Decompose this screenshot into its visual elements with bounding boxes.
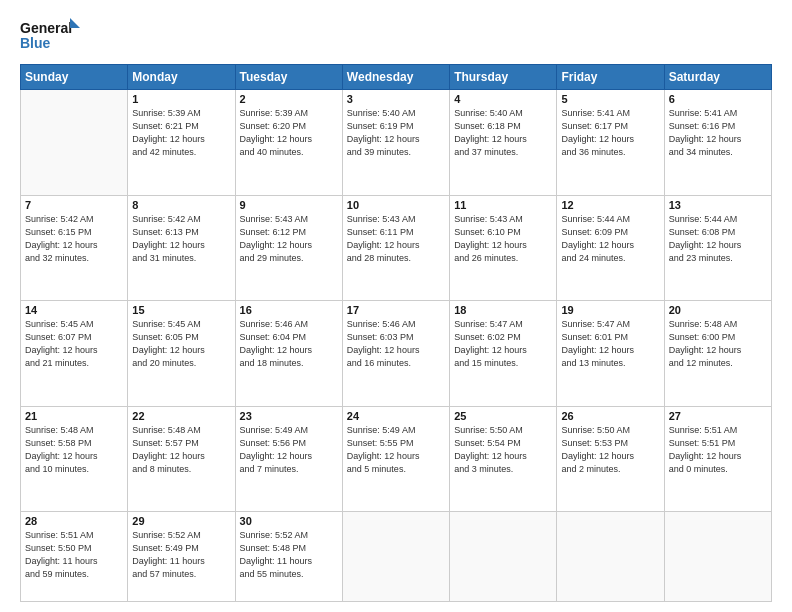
- page: General Blue SundayMondayTuesdayWednesda…: [0, 0, 792, 612]
- day-info: Sunrise: 5:51 AM Sunset: 5:51 PM Dayligh…: [669, 424, 767, 476]
- calendar-week-row: 28Sunrise: 5:51 AM Sunset: 5:50 PM Dayli…: [21, 512, 772, 602]
- day-number: 12: [561, 199, 659, 211]
- calendar-day-cell: 23Sunrise: 5:49 AM Sunset: 5:56 PM Dayli…: [235, 406, 342, 512]
- calendar-day-cell: 7Sunrise: 5:42 AM Sunset: 6:15 PM Daylig…: [21, 195, 128, 301]
- calendar-week-row: 1Sunrise: 5:39 AM Sunset: 6:21 PM Daylig…: [21, 90, 772, 196]
- calendar-day-cell: 3Sunrise: 5:40 AM Sunset: 6:19 PM Daylig…: [342, 90, 449, 196]
- calendar-day-cell: [557, 512, 664, 602]
- calendar-day-cell: 26Sunrise: 5:50 AM Sunset: 5:53 PM Dayli…: [557, 406, 664, 512]
- calendar-table: SundayMondayTuesdayWednesdayThursdayFrid…: [20, 64, 772, 602]
- day-info: Sunrise: 5:39 AM Sunset: 6:21 PM Dayligh…: [132, 107, 230, 159]
- weekday-header: Friday: [557, 65, 664, 90]
- day-number: 4: [454, 93, 552, 105]
- day-number: 11: [454, 199, 552, 211]
- day-number: 29: [132, 515, 230, 527]
- header: General Blue: [20, 18, 772, 54]
- logo-svg: General Blue: [20, 18, 80, 54]
- day-number: 2: [240, 93, 338, 105]
- day-info: Sunrise: 5:39 AM Sunset: 6:20 PM Dayligh…: [240, 107, 338, 159]
- day-info: Sunrise: 5:47 AM Sunset: 6:01 PM Dayligh…: [561, 318, 659, 370]
- weekday-header: Wednesday: [342, 65, 449, 90]
- day-info: Sunrise: 5:40 AM Sunset: 6:18 PM Dayligh…: [454, 107, 552, 159]
- calendar-day-cell: [21, 90, 128, 196]
- calendar-day-cell: 28Sunrise: 5:51 AM Sunset: 5:50 PM Dayli…: [21, 512, 128, 602]
- day-info: Sunrise: 5:50 AM Sunset: 5:53 PM Dayligh…: [561, 424, 659, 476]
- calendar-day-cell: 14Sunrise: 5:45 AM Sunset: 6:07 PM Dayli…: [21, 301, 128, 407]
- weekday-header: Thursday: [450, 65, 557, 90]
- calendar-day-cell: 30Sunrise: 5:52 AM Sunset: 5:48 PM Dayli…: [235, 512, 342, 602]
- calendar-day-cell: 22Sunrise: 5:48 AM Sunset: 5:57 PM Dayli…: [128, 406, 235, 512]
- day-info: Sunrise: 5:48 AM Sunset: 5:58 PM Dayligh…: [25, 424, 123, 476]
- day-number: 30: [240, 515, 338, 527]
- calendar-week-row: 7Sunrise: 5:42 AM Sunset: 6:15 PM Daylig…: [21, 195, 772, 301]
- calendar-day-cell: 1Sunrise: 5:39 AM Sunset: 6:21 PM Daylig…: [128, 90, 235, 196]
- day-number: 27: [669, 410, 767, 422]
- day-number: 14: [25, 304, 123, 316]
- day-info: Sunrise: 5:45 AM Sunset: 6:07 PM Dayligh…: [25, 318, 123, 370]
- day-info: Sunrise: 5:50 AM Sunset: 5:54 PM Dayligh…: [454, 424, 552, 476]
- day-number: 8: [132, 199, 230, 211]
- day-info: Sunrise: 5:48 AM Sunset: 5:57 PM Dayligh…: [132, 424, 230, 476]
- day-number: 3: [347, 93, 445, 105]
- day-number: 17: [347, 304, 445, 316]
- calendar-day-cell: 13Sunrise: 5:44 AM Sunset: 6:08 PM Dayli…: [664, 195, 771, 301]
- day-number: 24: [347, 410, 445, 422]
- calendar-day-cell: 2Sunrise: 5:39 AM Sunset: 6:20 PM Daylig…: [235, 90, 342, 196]
- day-number: 16: [240, 304, 338, 316]
- calendar-day-cell: 5Sunrise: 5:41 AM Sunset: 6:17 PM Daylig…: [557, 90, 664, 196]
- calendar-day-cell: 11Sunrise: 5:43 AM Sunset: 6:10 PM Dayli…: [450, 195, 557, 301]
- day-number: 6: [669, 93, 767, 105]
- day-info: Sunrise: 5:49 AM Sunset: 5:55 PM Dayligh…: [347, 424, 445, 476]
- day-number: 23: [240, 410, 338, 422]
- svg-marker-1: [70, 18, 80, 28]
- calendar-day-cell: 10Sunrise: 5:43 AM Sunset: 6:11 PM Dayli…: [342, 195, 449, 301]
- day-info: Sunrise: 5:43 AM Sunset: 6:10 PM Dayligh…: [454, 213, 552, 265]
- day-number: 7: [25, 199, 123, 211]
- day-info: Sunrise: 5:52 AM Sunset: 5:49 PM Dayligh…: [132, 529, 230, 581]
- day-number: 19: [561, 304, 659, 316]
- day-number: 21: [25, 410, 123, 422]
- weekday-header: Tuesday: [235, 65, 342, 90]
- day-info: Sunrise: 5:41 AM Sunset: 6:17 PM Dayligh…: [561, 107, 659, 159]
- weekday-header: Monday: [128, 65, 235, 90]
- calendar-day-cell: 18Sunrise: 5:47 AM Sunset: 6:02 PM Dayli…: [450, 301, 557, 407]
- day-info: Sunrise: 5:49 AM Sunset: 5:56 PM Dayligh…: [240, 424, 338, 476]
- calendar-day-cell: 12Sunrise: 5:44 AM Sunset: 6:09 PM Dayli…: [557, 195, 664, 301]
- day-info: Sunrise: 5:51 AM Sunset: 5:50 PM Dayligh…: [25, 529, 123, 581]
- day-info: Sunrise: 5:43 AM Sunset: 6:11 PM Dayligh…: [347, 213, 445, 265]
- svg-text:General: General: [20, 20, 72, 36]
- calendar-day-cell: [342, 512, 449, 602]
- calendar-day-cell: 25Sunrise: 5:50 AM Sunset: 5:54 PM Dayli…: [450, 406, 557, 512]
- day-number: 22: [132, 410, 230, 422]
- weekday-header: Saturday: [664, 65, 771, 90]
- day-info: Sunrise: 5:43 AM Sunset: 6:12 PM Dayligh…: [240, 213, 338, 265]
- day-number: 25: [454, 410, 552, 422]
- day-info: Sunrise: 5:40 AM Sunset: 6:19 PM Dayligh…: [347, 107, 445, 159]
- day-number: 13: [669, 199, 767, 211]
- calendar-day-cell: [664, 512, 771, 602]
- calendar-day-cell: 9Sunrise: 5:43 AM Sunset: 6:12 PM Daylig…: [235, 195, 342, 301]
- day-number: 28: [25, 515, 123, 527]
- day-info: Sunrise: 5:52 AM Sunset: 5:48 PM Dayligh…: [240, 529, 338, 581]
- day-info: Sunrise: 5:46 AM Sunset: 6:03 PM Dayligh…: [347, 318, 445, 370]
- day-number: 10: [347, 199, 445, 211]
- calendar-day-cell: 29Sunrise: 5:52 AM Sunset: 5:49 PM Dayli…: [128, 512, 235, 602]
- day-info: Sunrise: 5:44 AM Sunset: 6:09 PM Dayligh…: [561, 213, 659, 265]
- calendar-day-cell: 4Sunrise: 5:40 AM Sunset: 6:18 PM Daylig…: [450, 90, 557, 196]
- day-info: Sunrise: 5:41 AM Sunset: 6:16 PM Dayligh…: [669, 107, 767, 159]
- calendar-day-cell: 20Sunrise: 5:48 AM Sunset: 6:00 PM Dayli…: [664, 301, 771, 407]
- day-number: 15: [132, 304, 230, 316]
- day-number: 26: [561, 410, 659, 422]
- day-number: 1: [132, 93, 230, 105]
- day-number: 20: [669, 304, 767, 316]
- logo: General Blue: [20, 18, 80, 54]
- day-info: Sunrise: 5:42 AM Sunset: 6:15 PM Dayligh…: [25, 213, 123, 265]
- day-number: 18: [454, 304, 552, 316]
- calendar-day-cell: 19Sunrise: 5:47 AM Sunset: 6:01 PM Dayli…: [557, 301, 664, 407]
- svg-text:Blue: Blue: [20, 35, 51, 51]
- calendar-day-cell: 8Sunrise: 5:42 AM Sunset: 6:13 PM Daylig…: [128, 195, 235, 301]
- calendar-day-cell: 15Sunrise: 5:45 AM Sunset: 6:05 PM Dayli…: [128, 301, 235, 407]
- calendar-day-cell: 16Sunrise: 5:46 AM Sunset: 6:04 PM Dayli…: [235, 301, 342, 407]
- calendar-header-row: SundayMondayTuesdayWednesdayThursdayFrid…: [21, 65, 772, 90]
- calendar-day-cell: 17Sunrise: 5:46 AM Sunset: 6:03 PM Dayli…: [342, 301, 449, 407]
